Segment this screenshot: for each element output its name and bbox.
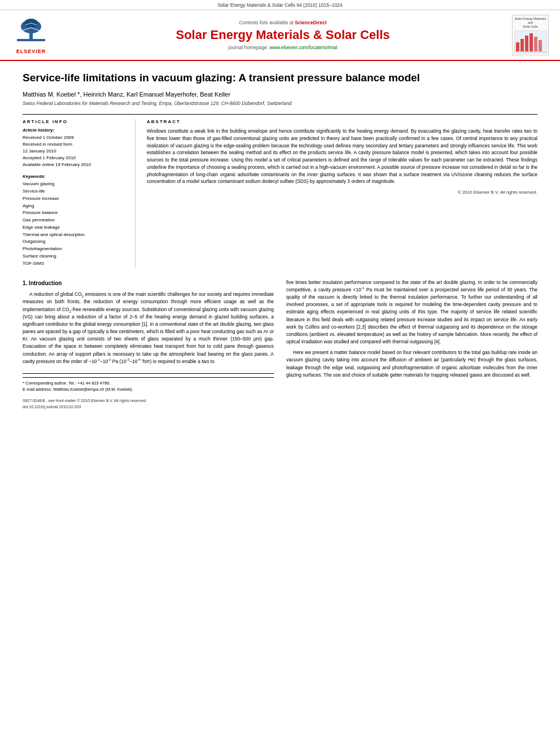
svg-rect-12 xyxy=(530,33,533,51)
elsevier-brand-text: ELSEVIER xyxy=(16,49,46,54)
journal-thumbnail: Solar Energy MaterialsandSolar Cells xyxy=(512,15,549,55)
keyword-11: Surface cleaning xyxy=(23,253,126,260)
body-columns: 1. Introduction A reduction of global CO… xyxy=(23,279,537,410)
body-col-left: 1. Introduction A reduction of global CO… xyxy=(23,279,274,410)
keyword-6: Gas permeation xyxy=(23,217,126,224)
keyword-9: Outgassing xyxy=(23,238,126,246)
keyword-12: TOF-SIMS xyxy=(23,260,126,268)
elsevier-logo: ELSEVIER xyxy=(8,16,54,54)
article-info-title: ARTICLE INFO xyxy=(23,119,126,124)
info-abstract-section: ARTICLE INFO Article history: Received 1… xyxy=(23,114,537,268)
keyword-1: Vacuum glazing xyxy=(23,181,126,188)
keyword-5: Pressure balance xyxy=(23,209,126,217)
svg-rect-9 xyxy=(516,42,519,51)
article-info: ARTICLE INFO Article history: Received 1… xyxy=(23,119,135,268)
keyword-2: Service-life xyxy=(23,188,126,195)
keywords-list: Vacuum glazing Service-life Pressure inc… xyxy=(23,181,126,268)
sciencedirect-link[interactable]: ScienceDirect xyxy=(295,20,326,25)
keyword-4: Aging xyxy=(23,203,126,210)
abstract-title: ABSTRACT xyxy=(147,119,537,124)
received-date: Received 1 October 2009 xyxy=(23,134,126,141)
section1-heading: 1. Introduction xyxy=(23,279,274,288)
svg-rect-14 xyxy=(539,40,542,51)
revised-date: 12 January 2010 xyxy=(23,148,126,155)
footnote-divider xyxy=(23,373,274,374)
footnote-email: E-mail address: Matthias.Koebel@empa.ch … xyxy=(23,386,274,392)
body-col-right: five times better insulation performance… xyxy=(286,279,537,410)
keyword-10: Photofragmentation xyxy=(23,246,126,253)
contents-line: Contents lists available at ScienceDirec… xyxy=(59,20,506,25)
footnote-area: * Corresponding author. Tel.: +41 44 823… xyxy=(23,377,274,410)
keywords-label: Keywords: xyxy=(23,174,126,179)
accepted-date: Accepted 1 February 2010 xyxy=(23,155,126,161)
page-wrapper: Solar Energy Materials & Solar Cells 94 … xyxy=(0,0,560,747)
issn-line: 0927-0248/$ - see front matter © 2010 El… xyxy=(23,398,274,410)
journal-title-main: Solar Energy Materials & Solar Cells xyxy=(59,28,506,42)
header-center: Contents lists available at ScienceDirec… xyxy=(59,20,506,50)
intro-para-2: five times better insulation performance… xyxy=(286,279,537,346)
thumb-title-text: Solar Energy MaterialsandSolar Cells xyxy=(515,17,546,29)
article-title: Service-life limitations in vacuum glazi… xyxy=(23,71,537,85)
homepage-url[interactable]: www.elsevier.com/locate/solmat xyxy=(269,45,337,50)
revised-label: Received in revised form xyxy=(23,141,126,148)
journal-ref-bar: Solar Energy Materials & Solar Cells 94 … xyxy=(0,0,560,10)
abstract-section: ABSTRACT Windows constitute a weak link … xyxy=(147,119,537,268)
authors: Matthias M. Koebel *, Heinrich Manz, Kar… xyxy=(23,91,537,98)
thumb-mini-chart xyxy=(514,30,547,53)
journal-homepage: journal homepage: www.elsevier.com/locat… xyxy=(59,45,506,50)
svg-rect-0 xyxy=(17,39,45,41)
available-date: Available online 19 February 2010 xyxy=(23,161,126,168)
elsevier-tree-icon xyxy=(14,16,48,47)
footnote-corresponding: * Corresponding author. Tel.: +41 44 823… xyxy=(23,380,274,386)
svg-rect-13 xyxy=(534,37,537,51)
copyright-line: © 2010 Elsevier B.V. All rights reserved… xyxy=(147,190,537,195)
keyword-7: Edge seal leakage xyxy=(23,224,126,231)
intro-para-3: Here we present a matter balance model b… xyxy=(286,349,537,379)
svg-rect-11 xyxy=(525,36,528,51)
intro-para-1: A reduction of global CO2 emissions is o… xyxy=(23,291,274,365)
affiliation: Swiss Federal Laboratories for Materials… xyxy=(23,101,537,106)
header-section: ELSEVIER Contents lists available at Sci… xyxy=(0,10,560,61)
journal-ref-text: Solar Energy Materials & Solar Cells 94 … xyxy=(217,2,342,8)
keyword-8: Thermal and optical desorption xyxy=(23,231,126,239)
svg-rect-10 xyxy=(520,39,524,51)
history-label: Article history: xyxy=(23,128,126,133)
keyword-3: Pressure increase xyxy=(23,195,126,203)
article-content: Service-life limitations in vacuum glazi… xyxy=(0,61,560,421)
abstract-text: Windows constitute a weak link in the bu… xyxy=(147,128,537,185)
